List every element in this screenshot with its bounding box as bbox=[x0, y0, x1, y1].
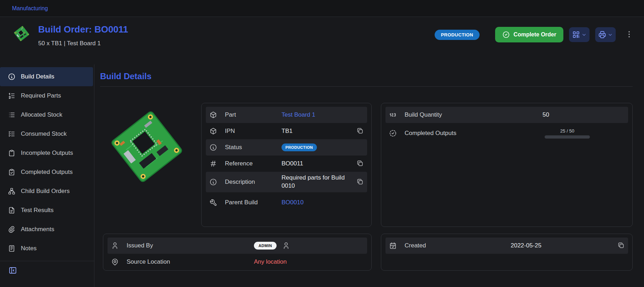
info-circle-icon bbox=[8, 73, 16, 81]
build-details-panel: Part Test Board 1 IPN TB1 Status PRODUCT… bbox=[201, 103, 372, 227]
reference-value: BO0011 bbox=[282, 160, 303, 168]
copy-button[interactable] bbox=[356, 160, 364, 168]
breadcrumb-link-manufacturing[interactable]: Manufacturing bbox=[12, 5, 48, 12]
row-label: Status bbox=[225, 144, 282, 151]
hash-icon bbox=[209, 160, 225, 168]
created-panel: Created 2022-05-25 bbox=[381, 234, 633, 271]
sidebar-item-label: Notes bbox=[21, 245, 36, 252]
table-row-reference: Reference BO0011 bbox=[206, 156, 367, 172]
issued-by-badge: ADMIN bbox=[254, 242, 277, 250]
list-numbers-icon bbox=[8, 92, 16, 100]
report-icon bbox=[8, 206, 16, 214]
row-label: Completed Outputs bbox=[405, 129, 543, 137]
print-actions-button[interactable] bbox=[595, 27, 616, 42]
sidebar-item-child-build-orders[interactable]: Child Build Orders bbox=[0, 182, 93, 201]
issued-panel: Issued By ADMIN Source Location Any loca… bbox=[103, 234, 372, 271]
page-title: Build Order: BO0011 bbox=[38, 24, 128, 35]
user-icon bbox=[111, 242, 127, 250]
sidebar-item-test-results[interactable]: Test Results bbox=[0, 201, 93, 220]
printer-icon bbox=[598, 30, 607, 39]
page-subtitle: 50 x TB1 | Test Board 1 bbox=[38, 40, 128, 47]
sidebar-item-label: Consumed Stock bbox=[21, 130, 66, 137]
copy-button[interactable] bbox=[617, 242, 625, 250]
numbers-123-icon bbox=[389, 111, 405, 119]
info-circle-icon bbox=[209, 144, 225, 151]
sidebar-item-label: Test Results bbox=[21, 207, 54, 214]
row-label: Created bbox=[405, 242, 511, 250]
sidebar-item-label: Child Build Orders bbox=[21, 188, 70, 195]
sidebar-item-label: Incomplete Outputs bbox=[21, 150, 73, 157]
sitemap-icon bbox=[8, 187, 16, 195]
row-label: Source Location bbox=[127, 258, 254, 266]
sidebar-collapse-button[interactable] bbox=[8, 266, 17, 276]
heading-divider bbox=[100, 86, 633, 87]
sidebar-item-notes[interactable]: Notes bbox=[0, 239, 93, 258]
progress-check-icon bbox=[389, 129, 405, 137]
sidebar-footer bbox=[0, 261, 94, 281]
more-actions-button[interactable] bbox=[625, 30, 633, 40]
table-row-part: Part Test Board 1 bbox=[206, 107, 367, 123]
sidebar-item-attachments[interactable]: Attachments bbox=[0, 220, 93, 239]
status-badge-mini: PRODUCTION bbox=[282, 144, 317, 152]
copy-icon bbox=[356, 160, 364, 167]
row-label: Build Quantity bbox=[405, 111, 543, 119]
description-value: Required parts for Build 0010 bbox=[282, 174, 356, 190]
breadcrumb: Manufacturing bbox=[0, 0, 644, 17]
build-quantity-panel: Build Quantity 50 Completed Outputs 25 /… bbox=[381, 103, 633, 227]
parent-build-link[interactable]: BO0010 bbox=[282, 199, 303, 207]
table-row-source-location: Source Location Any location bbox=[108, 254, 367, 270]
sidebar-item-label: Completed Outputs bbox=[21, 169, 72, 176]
box-icon bbox=[209, 111, 225, 119]
clipboard-check-icon bbox=[8, 168, 16, 176]
part-link[interactable]: Test Board 1 bbox=[282, 111, 315, 119]
progress-label: 25 / 50 bbox=[560, 128, 574, 134]
row-label: Description bbox=[225, 178, 282, 186]
barcode-actions-button[interactable] bbox=[569, 27, 590, 42]
sidebar-item-allocated-stock[interactable]: Allocated Stock bbox=[0, 105, 93, 124]
clipboard-icon bbox=[8, 149, 16, 157]
table-row-issued-by: Issued By ADMIN bbox=[108, 238, 367, 254]
sidebar-item-label: Required Parts bbox=[21, 92, 61, 99]
user-icon bbox=[282, 242, 290, 250]
build-order-page: Manufacturing Build Order: BO0011 50 x T… bbox=[0, 0, 644, 287]
copy-button[interactable] bbox=[356, 178, 364, 186]
copy-icon bbox=[356, 178, 364, 185]
info-circle-icon bbox=[209, 178, 225, 186]
table-row-build-quantity: Build Quantity 50 bbox=[385, 107, 628, 123]
progress-bar bbox=[545, 135, 590, 139]
table-row-completed-outputs: Completed Outputs 25 / 50 bbox=[385, 123, 628, 144]
sidebar-item-build-details[interactable]: Build Details bbox=[0, 67, 93, 86]
sidebar-item-completed-outputs[interactable]: Completed Outputs bbox=[0, 163, 93, 182]
calendar-icon bbox=[389, 242, 405, 250]
ipn-value: TB1 bbox=[282, 127, 292, 135]
sidebar-item-consumed-stock[interactable]: Consumed Stock bbox=[0, 124, 93, 144]
sidebar: Build Details Required Parts Allocated S… bbox=[0, 64, 94, 287]
part-image bbox=[103, 103, 191, 191]
page-header: Build Order: BO0011 50 x TB1 | Test Boar… bbox=[0, 17, 644, 64]
copy-button[interactable] bbox=[356, 127, 364, 135]
sidebar-item-required-parts[interactable]: Required Parts bbox=[0, 86, 93, 105]
completed-outputs-progress: 25 / 50 bbox=[543, 128, 592, 139]
source-location-value: Any location bbox=[254, 258, 287, 266]
map-pin-icon bbox=[111, 258, 127, 266]
sidebar-item-label: Build Details bbox=[21, 73, 54, 80]
row-label: IPN bbox=[225, 127, 282, 135]
table-row-parent-build: Parent Build BO0010 bbox=[206, 192, 367, 213]
circle-check-icon bbox=[502, 31, 510, 39]
notes-icon bbox=[8, 245, 16, 252]
complete-order-label: Complete Order bbox=[514, 31, 556, 38]
row-label: Reference bbox=[225, 160, 282, 168]
build-quantity-value: 50 bbox=[543, 111, 549, 119]
paperclip-icon bbox=[8, 226, 16, 233]
complete-order-button[interactable]: Complete Order bbox=[495, 27, 563, 42]
dots-vertical-icon bbox=[625, 30, 633, 39]
table-row-ipn: IPN TB1 bbox=[206, 123, 367, 139]
list-check-icon bbox=[8, 130, 16, 138]
part-thumbnail-image bbox=[12, 24, 31, 43]
sidebar-item-incomplete-outputs[interactable]: Incomplete Outputs bbox=[0, 144, 93, 163]
row-label: Issued By bbox=[127, 242, 254, 250]
list-icon bbox=[8, 111, 16, 119]
row-label: Parent Build bbox=[225, 199, 282, 206]
copy-icon bbox=[617, 242, 625, 249]
table-row-status: Status PRODUCTION bbox=[206, 139, 367, 156]
